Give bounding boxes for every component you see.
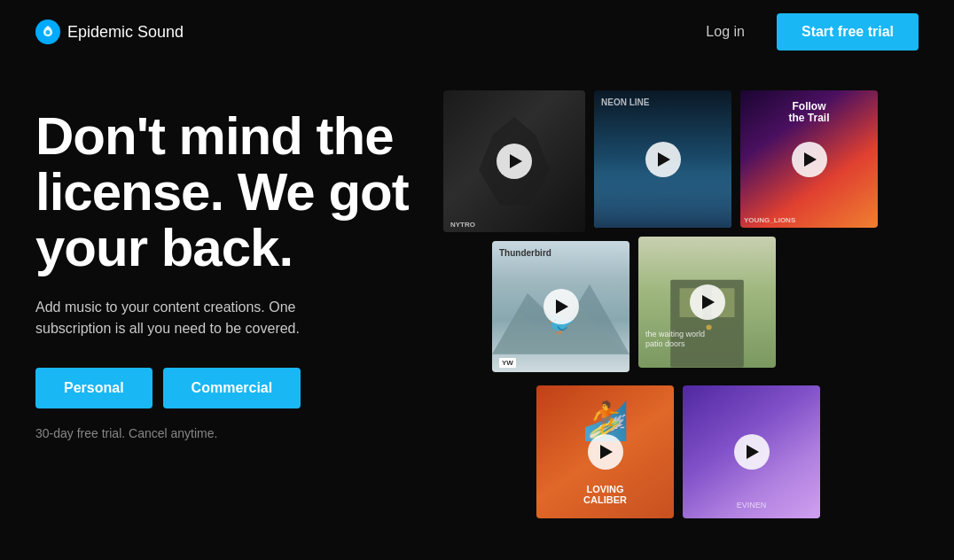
commercial-button[interactable]: Commercial (163, 368, 301, 408)
play-button-5[interactable] (690, 284, 725, 320)
album-card-1[interactable]: NYTRO (443, 90, 585, 232)
album-label-5: the waiting worldpatio doors (645, 330, 705, 350)
album-label-3: Followthe Trail (788, 101, 829, 124)
play-button-4[interactable] (543, 289, 579, 324)
header: Epidemic Sound Log in Start free trial (0, 0, 954, 64)
album-card-2[interactable]: NEON LINE (594, 90, 731, 228)
hero-subtitle: Add music to your content creations. One… (35, 297, 355, 339)
cta-buttons: Personal Commercial (35, 368, 426, 408)
hero-left: Don't mind the license. We got your back… (35, 90, 426, 440)
start-trial-button[interactable]: Start free trial (777, 13, 919, 51)
album-label-4: Thunderbird (499, 248, 551, 258)
album-card-5[interactable]: the waiting worldpatio doors (638, 237, 776, 368)
play-button-2[interactable] (645, 142, 681, 177)
epidemic-sound-logo-icon (35, 19, 60, 44)
personal-button[interactable]: Personal (35, 368, 152, 408)
album-label-6: LOVINGCALIBER (583, 484, 627, 505)
blue-scene-overlay (594, 173, 731, 228)
album-grid: NYTRO NEON LINE Followthe Trail YOUNG_LI… (443, 90, 919, 560)
album-card-7[interactable]: EVINEN (683, 385, 820, 518)
main-content: Don't mind the license. We got your back… (0, 64, 954, 560)
album-label-7: EVINEN (737, 501, 767, 509)
album-label-2: NEON LINE (601, 97, 649, 107)
logo: Epidemic Sound (35, 19, 184, 44)
play-button-7[interactable] (734, 434, 770, 470)
album-sublabel-4: YW (499, 358, 516, 368)
login-button[interactable]: Log in (695, 17, 755, 47)
svg-point-0 (46, 30, 51, 35)
play-button-1[interactable] (497, 144, 532, 179)
fine-print: 30-day free trial. Cancel anytime. (35, 426, 426, 440)
hero-headline: Don't mind the license. We got your back… (35, 108, 426, 276)
svg-point-6 (706, 325, 711, 331)
logo-text: Epidemic Sound (67, 23, 184, 42)
album-sublabel-3: YOUNG_LIONS (744, 216, 795, 224)
play-button-3[interactable] (792, 142, 827, 177)
album-label-1: NYTRO (450, 221, 475, 229)
header-nav: Log in Start free trial (695, 13, 919, 51)
album-card-6[interactable]: 🏄 LOVINGCALIBER (536, 385, 674, 518)
play-button-6[interactable] (588, 434, 623, 470)
album-card-4[interactable]: 🐦 Thunderbird YW (492, 241, 629, 372)
album-card-3[interactable]: Followthe Trail YOUNG_LIONS (740, 90, 878, 228)
